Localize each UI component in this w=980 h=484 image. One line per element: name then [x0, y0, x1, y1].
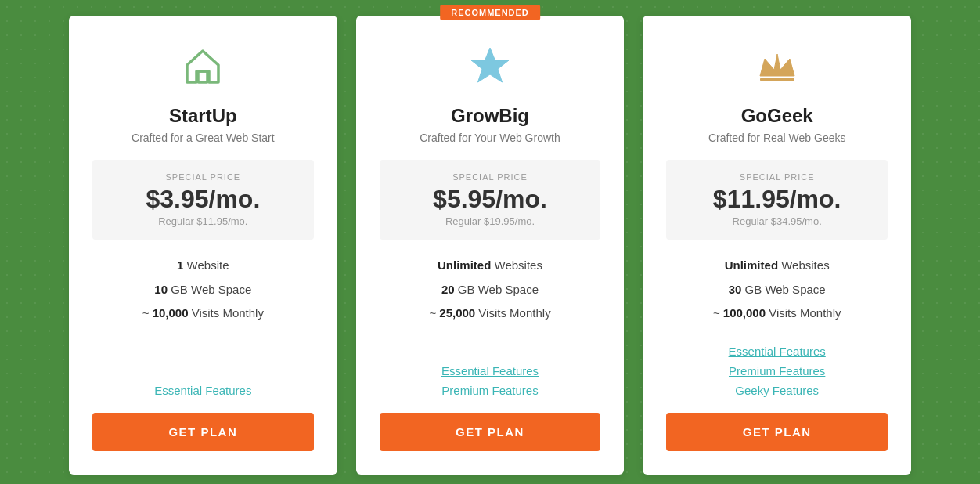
get-plan-button[interactable]: GET PLAN: [380, 413, 601, 451]
features-list: 1 Website10 GB Web Space~ 10,000 Visits …: [92, 257, 314, 368]
svg-marker-2: [760, 54, 794, 76]
plan-icon-home: [175, 39, 230, 94]
plan-tagline: Crafted for Your Web Growth: [420, 132, 560, 144]
plan-card-gogeek: GoGeek Crafted for Real Web Geeks SPECIA…: [643, 16, 911, 475]
feature-item: Unlimited Websites: [666, 257, 888, 275]
feature-links: Essential FeaturesPremium FeaturesGeeky …: [666, 345, 888, 397]
feature-item: 20 GB Web Space: [380, 281, 601, 299]
feature-item: ~ 100,000 Visits Monthly: [666, 305, 888, 323]
plan-tagline: Crafted for Real Web Geeks: [708, 132, 846, 144]
feature-item: 30 GB Web Space: [666, 281, 888, 299]
plan-name: GrowBig: [451, 105, 529, 127]
plan-icon-star: [463, 39, 517, 94]
feature-link-premium-features[interactable]: Premium Features: [666, 364, 888, 377]
price-main: $11.95/mo.: [674, 185, 880, 214]
feature-link-essential-features[interactable]: Essential Features: [380, 364, 601, 377]
price-label: SPECIAL PRICE: [100, 172, 306, 182]
price-regular: Regular $19.95/mo.: [387, 215, 593, 227]
price-box: SPECIAL PRICE $11.95/mo. Regular $34.95/…: [666, 160, 888, 240]
feature-item: 1 Website: [92, 257, 314, 275]
features-list: Unlimited Websites20 GB Web Space~ 25,00…: [380, 257, 601, 349]
price-main: $3.95/mo.: [100, 185, 306, 214]
feature-link-essential-features[interactable]: Essential Features: [92, 384, 314, 397]
price-main: $5.95/mo.: [387, 185, 593, 214]
recommended-badge: RECOMMENDED: [440, 5, 540, 20]
feature-links: Essential Features: [92, 384, 314, 397]
price-label: SPECIAL PRICE: [387, 172, 593, 182]
plan-card-growbig: GrowBig Crafted for Your Web Growth SPEC…: [356, 16, 625, 475]
plan-tagline: Crafted for a Great Web Start: [132, 132, 275, 144]
plan-wrapper-growbig: RECOMMENDED GrowBig Crafted for Your Web…: [347, 16, 634, 475]
price-box: SPECIAL PRICE $3.95/mo. Regular $11.95/m…: [92, 160, 314, 240]
svg-rect-0: [198, 71, 207, 82]
get-plan-button[interactable]: GET PLAN: [92, 413, 314, 451]
get-plan-button[interactable]: GET PLAN: [666, 413, 888, 451]
plan-card-startup: StartUp Crafted for a Great Web Start SP…: [69, 16, 337, 475]
feature-item: ~ 25,000 Visits Monthly: [380, 305, 601, 323]
pricing-container: StartUp Crafted for a Great Web Start SP…: [59, 16, 921, 475]
price-box: SPECIAL PRICE $5.95/mo. Regular $19.95/m…: [380, 160, 601, 240]
feature-item: 10 GB Web Space: [92, 281, 314, 299]
svg-marker-1: [471, 48, 509, 82]
feature-link-geeky-features[interactable]: Geeky Features: [666, 384, 888, 397]
price-label: SPECIAL PRICE: [674, 172, 880, 182]
plan-wrapper-gogeek: GoGeek Crafted for Real Web Geeks SPECIA…: [633, 16, 921, 475]
feature-link-premium-features[interactable]: Premium Features: [380, 384, 601, 397]
svg-rect-3: [760, 78, 794, 81]
feature-item: ~ 10,000 Visits Monthly: [92, 305, 314, 323]
plan-name: StartUp: [169, 105, 237, 127]
price-regular: Regular $34.95/mo.: [674, 215, 880, 227]
feature-links: Essential FeaturesPremium Features: [380, 364, 601, 397]
plan-wrapper-startup: StartUp Crafted for a Great Web Start SP…: [59, 16, 347, 475]
feature-link-essential-features[interactable]: Essential Features: [666, 345, 888, 358]
price-regular: Regular $11.95/mo.: [100, 215, 306, 227]
features-list: Unlimited Websites30 GB Web Space~ 100,0…: [666, 257, 888, 329]
feature-item: Unlimited Websites: [380, 257, 601, 275]
plan-icon-crown: [750, 39, 805, 94]
plan-name: GoGeek: [741, 105, 813, 127]
